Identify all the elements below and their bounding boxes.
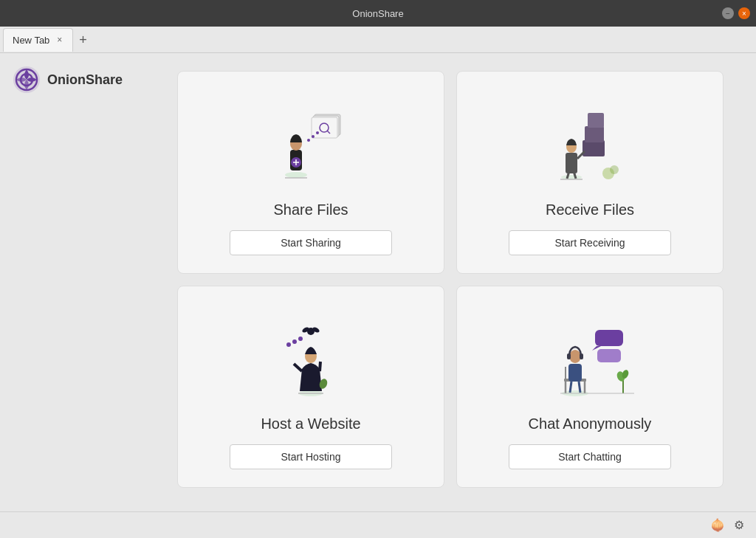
- svg-rect-50: [568, 364, 582, 382]
- content-area: Share Files Start Sharing: [162, 53, 756, 511]
- svg-rect-24: [566, 153, 577, 173]
- chat-anonymously-illustration: [472, 301, 708, 416]
- sidebar: OnionShare: [0, 53, 162, 511]
- start-chatting-button[interactable]: Start Chatting: [509, 444, 671, 469]
- svg-rect-20: [588, 113, 604, 128]
- receive-files-illustration: [472, 86, 708, 201]
- svg-point-32: [298, 337, 303, 341]
- close-button[interactable]: ×: [738, 7, 750, 19]
- chat-anonymously-card[interactable]: Chat Anonymously Start Chatting: [456, 286, 724, 489]
- start-hosting-button[interactable]: Start Hosting: [230, 444, 392, 469]
- svg-line-54: [570, 382, 571, 393]
- title-bar: OnionShare − ×: [0, 0, 756, 27]
- svg-rect-44: [597, 349, 621, 362]
- host-website-card[interactable]: Host a Website Start Hosting: [177, 286, 444, 489]
- svg-rect-42: [595, 330, 623, 346]
- share-files-title: Share Files: [273, 201, 348, 218]
- svg-rect-52: [567, 354, 571, 359]
- svg-point-30: [286, 342, 291, 347]
- receive-files-title: Receive Files: [546, 201, 634, 218]
- new-tab-button[interactable]: +: [73, 33, 93, 46]
- svg-rect-19: [585, 126, 604, 142]
- start-receiving-button[interactable]: Start Receiving: [509, 230, 671, 255]
- svg-point-16: [316, 131, 319, 134]
- minimize-button[interactable]: −: [722, 7, 734, 19]
- svg-point-21: [561, 175, 582, 179]
- svg-point-15: [312, 135, 315, 138]
- chat-anonymously-title: Chat Anonymously: [529, 415, 652, 432]
- svg-point-51: [569, 350, 581, 363]
- svg-point-8: [285, 172, 307, 178]
- app-title: OnionShare: [352, 8, 403, 19]
- host-website-illustration: [193, 301, 429, 416]
- logo-text: OnionShare: [47, 72, 123, 88]
- active-tab[interactable]: New Tab ×: [3, 28, 73, 52]
- tor-status-button[interactable]: 🧅: [710, 518, 725, 532]
- host-website-title: Host a Website: [261, 415, 360, 432]
- mode-grid: Share Files Start Sharing: [177, 65, 724, 494]
- svg-point-31: [292, 339, 297, 344]
- svg-line-38: [294, 364, 302, 371]
- svg-rect-5: [312, 117, 337, 138]
- svg-line-39: [320, 362, 320, 371]
- receive-files-card[interactable]: Receive Files Start Receiving: [456, 71, 724, 274]
- bottom-bar: 🧅 ⚙: [0, 511, 756, 538]
- svg-line-55: [579, 382, 580, 393]
- svg-point-14: [307, 139, 310, 142]
- tab-bar: New Tab × +: [0, 27, 756, 53]
- window-controls: − ×: [722, 7, 750, 19]
- start-sharing-button[interactable]: Start Sharing: [230, 230, 392, 255]
- share-files-illustration: [193, 86, 429, 201]
- svg-point-28: [610, 165, 619, 174]
- settings-button[interactable]: ⚙: [734, 518, 744, 532]
- app-logo: OnionShare: [12, 65, 151, 94]
- main-area: OnionShare: [0, 53, 756, 511]
- svg-rect-18: [583, 140, 605, 156]
- tab-label: New Tab: [13, 35, 49, 46]
- svg-rect-53: [580, 354, 583, 359]
- share-files-card[interactable]: Share Files Start Sharing: [177, 71, 444, 274]
- tab-close-button[interactable]: ×: [55, 35, 63, 44]
- logo-icon: [12, 65, 41, 94]
